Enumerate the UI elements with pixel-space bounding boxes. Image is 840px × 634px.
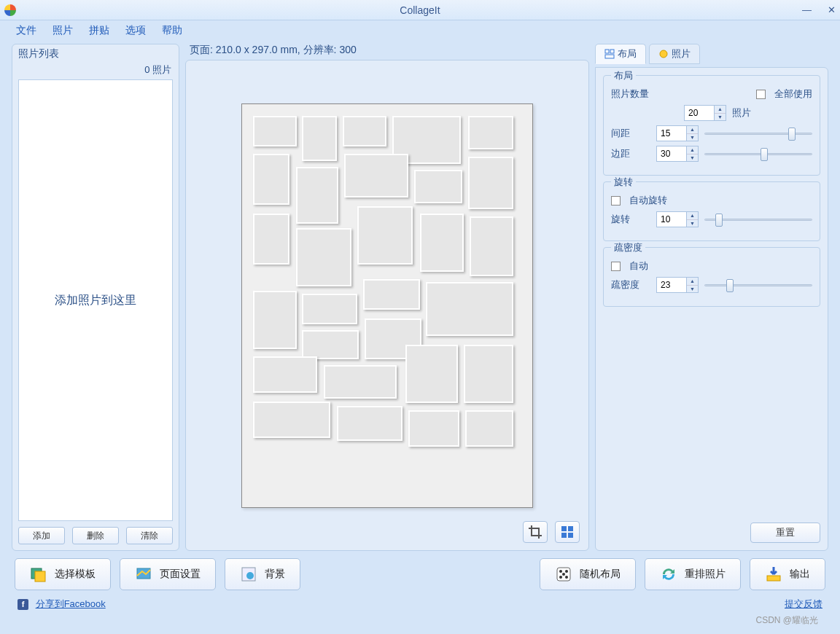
collage-cell[interactable] bbox=[253, 154, 289, 205]
collage-cell[interactable] bbox=[253, 356, 317, 393]
svg-point-15 bbox=[565, 570, 568, 573]
collage-cell[interactable] bbox=[357, 206, 413, 265]
label-use-all: 全部使用 bbox=[774, 87, 812, 101]
count-input[interactable] bbox=[684, 105, 715, 121]
delete-button[interactable]: 删除 bbox=[72, 527, 119, 544]
reshuffle-button[interactable]: 重排照片 bbox=[645, 558, 741, 590]
photo-count: 0 照片 bbox=[12, 62, 179, 79]
menu-help[interactable]: 帮助 bbox=[162, 24, 182, 37]
background-icon bbox=[240, 565, 257, 583]
tab-layout[interactable]: 布局 bbox=[595, 44, 646, 64]
collage-cell[interactable] bbox=[470, 216, 513, 276]
collage-cell[interactable] bbox=[426, 282, 513, 336]
random-button[interactable]: 随机布局 bbox=[540, 558, 636, 590]
export-button[interactable]: 输出 bbox=[750, 558, 825, 590]
export-icon bbox=[765, 565, 782, 583]
collage-cell[interactable] bbox=[465, 410, 513, 447]
canvas-panel: 页面: 210.0 x 297.0 mm, 分辨率: 300 bbox=[185, 44, 589, 551]
svg-point-16 bbox=[562, 573, 565, 576]
collage-cell[interactable] bbox=[253, 291, 297, 349]
spacing-input[interactable] bbox=[656, 125, 687, 141]
template-button[interactable]: 选择模板 bbox=[15, 558, 111, 590]
photo-drop-area[interactable]: 添加照片到这里 bbox=[18, 79, 173, 521]
refresh-icon bbox=[660, 565, 677, 583]
collage-cell[interactable] bbox=[464, 345, 513, 403]
clear-button[interactable]: 清除 bbox=[126, 527, 173, 544]
layout-icon bbox=[604, 49, 615, 59]
template-icon bbox=[30, 565, 47, 583]
collage-cell[interactable] bbox=[296, 167, 338, 224]
rotate-spinner[interactable]: ▲▼ bbox=[687, 211, 699, 227]
crop-icon bbox=[529, 525, 542, 539]
tab-photo[interactable]: 照片 bbox=[649, 44, 700, 64]
auto-rotate-checkbox[interactable] bbox=[611, 196, 621, 206]
rotate-input[interactable] bbox=[656, 211, 687, 227]
sparse-slider[interactable] bbox=[704, 278, 812, 292]
label-sparse: 疏密度 bbox=[611, 278, 650, 291]
collage-cell[interactable] bbox=[363, 279, 420, 310]
margin-input[interactable] bbox=[656, 146, 687, 162]
menu-collage[interactable]: 拼贴 bbox=[89, 24, 109, 37]
dice-icon bbox=[555, 565, 572, 583]
collage-cell[interactable] bbox=[253, 116, 297, 146]
page-info: 页面: 210.0 x 297.0 mm, 分辨率: 300 bbox=[185, 44, 589, 60]
collage-cell[interactable] bbox=[296, 228, 351, 286]
use-all-checkbox[interactable] bbox=[756, 90, 766, 99]
label-photo-count: 照片数量 bbox=[611, 87, 650, 101]
collage-cell[interactable] bbox=[468, 157, 513, 209]
label-auto-rotate: 自动旋转 bbox=[629, 194, 667, 207]
collage-canvas[interactable] bbox=[241, 103, 533, 508]
margin-slider[interactable] bbox=[704, 146, 812, 161]
add-button[interactable]: 添加 bbox=[18, 527, 65, 544]
photo-icon bbox=[658, 49, 669, 59]
sparse-input[interactable] bbox=[656, 277, 687, 293]
background-button[interactable]: 背景 bbox=[225, 558, 300, 590]
count-spinner[interactable]: ▲▼ bbox=[715, 105, 726, 121]
photo-list-panel: 照片列表 0 照片 添加照片到这里 添加 删除 清除 bbox=[12, 44, 179, 551]
spacing-spinner[interactable]: ▲▼ bbox=[687, 125, 699, 141]
svg-point-18 bbox=[565, 576, 568, 579]
collage-cell[interactable] bbox=[414, 170, 462, 203]
rotate-slider[interactable] bbox=[704, 212, 812, 227]
reset-button[interactable]: 重置 bbox=[750, 523, 820, 543]
spacing-slider[interactable] bbox=[704, 126, 812, 141]
svg-rect-19 bbox=[767, 576, 780, 581]
collage-cell[interactable] bbox=[343, 116, 386, 146]
collage-cell[interactable] bbox=[302, 294, 357, 324]
menu-photo[interactable]: 照片 bbox=[52, 24, 73, 37]
minimize-button[interactable]: — bbox=[802, 4, 812, 15]
menu-file[interactable]: 文件 bbox=[16, 24, 36, 37]
collage-cell[interactable] bbox=[253, 214, 289, 265]
collage-cell[interactable] bbox=[405, 345, 458, 403]
bottom-toolbar: 选择模板 页面设置 背景 随机布局 重排照片 输出 bbox=[0, 551, 840, 598]
crop-button[interactable] bbox=[523, 521, 548, 543]
label-margin: 边距 bbox=[611, 147, 650, 160]
collage-cell[interactable] bbox=[468, 116, 513, 149]
collage-cell[interactable] bbox=[324, 365, 397, 399]
collage-cell[interactable] bbox=[302, 330, 359, 359]
collage-cell[interactable] bbox=[420, 214, 464, 272]
sparse-spinner[interactable]: ▲▼ bbox=[687, 277, 699, 293]
svg-rect-2 bbox=[561, 533, 567, 538]
fit-button[interactable] bbox=[555, 521, 580, 543]
collage-cell[interactable] bbox=[253, 402, 330, 438]
group-rotate: 旋转 自动旋转 旋转 ▲▼ bbox=[603, 181, 820, 241]
svg-rect-6 bbox=[605, 55, 614, 58]
page-icon bbox=[135, 565, 152, 583]
collage-cell[interactable] bbox=[408, 410, 459, 447]
feedback-link[interactable]: 提交反馈 bbox=[785, 598, 822, 611]
margin-spinner[interactable]: ▲▼ bbox=[687, 146, 699, 162]
canvas-area bbox=[185, 60, 589, 551]
svg-rect-0 bbox=[561, 526, 567, 531]
menu-options[interactable]: 选项 bbox=[125, 24, 146, 37]
share-link[interactable]: 分享到Facebook bbox=[36, 598, 106, 609]
group-sparse: 疏密度 自动 疏密度 ▲▼ bbox=[603, 247, 820, 307]
collage-cell[interactable] bbox=[344, 154, 408, 197]
close-button[interactable]: ✕ bbox=[828, 4, 836, 15]
page-setup-button[interactable]: 页面设置 bbox=[120, 558, 216, 590]
titlebar: CollageIt — ✕ bbox=[0, 0, 840, 20]
collage-cell[interactable] bbox=[337, 406, 402, 441]
auto-sparse-checkbox[interactable] bbox=[611, 262, 621, 271]
settings-panel: 布局 照片 布局 照片数量 全部使用 ▲▼ bbox=[595, 44, 828, 551]
collage-cell[interactable] bbox=[302, 116, 337, 161]
